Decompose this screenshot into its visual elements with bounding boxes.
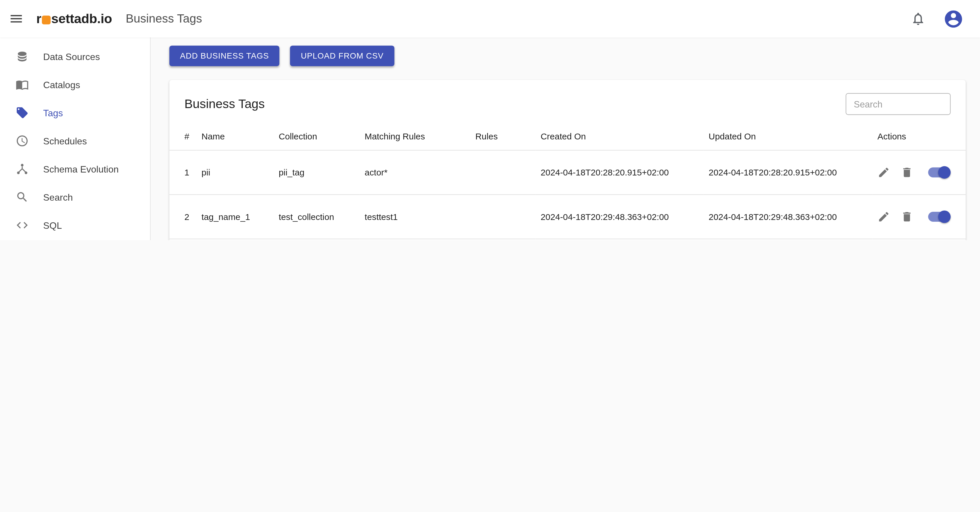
- sidebar-item-label: Tags: [43, 108, 63, 118]
- tag-icon: [16, 106, 29, 119]
- cell-index: 1: [169, 150, 196, 195]
- column-header-created-on: Created On: [536, 122, 704, 150]
- cell-rules: [470, 150, 536, 195]
- cell-actions: [872, 195, 966, 239]
- toggle-knob: [938, 166, 951, 179]
- cell-rules: [470, 239, 536, 240]
- menu-icon: [9, 11, 24, 26]
- delete-icon: [900, 211, 913, 223]
- sidebar-item-data-sources[interactable]: Data Sources: [0, 43, 150, 71]
- delete-icon: [900, 166, 913, 179]
- delete-button[interactable]: [900, 211, 913, 223]
- cell-created-on: 2024-04-18T20:29:48.373+02:00: [536, 239, 704, 240]
- book-icon: [16, 78, 29, 91]
- cell-matching-rules: actor*: [360, 150, 470, 195]
- cell-updated-on: 2024-04-18T20:28:20.915+02:00: [704, 150, 872, 195]
- edit-button[interactable]: [877, 211, 890, 223]
- cell-index: 2: [169, 195, 196, 239]
- sidebar-item-schedules[interactable]: Schedules: [0, 127, 150, 155]
- code-icon: [16, 219, 29, 232]
- cell-updated-on: 2024-04-18T20:29:48.373+02:00: [704, 239, 872, 240]
- topbar: r settadb.io Business Tags: [0, 0, 980, 38]
- search-input[interactable]: [846, 93, 951, 115]
- sidebar-item-label: Data Sources: [43, 51, 100, 62]
- logo-o-mark: [42, 15, 51, 24]
- delete-button[interactable]: [900, 166, 913, 179]
- main-content: ADD BUSINESS TAGS UPLOAD FROM CSV Busine…: [151, 38, 980, 240]
- account-button[interactable]: [943, 8, 964, 29]
- schema-icon: [16, 163, 29, 176]
- app-root: r settadb.io Business Tags Data Sources …: [0, 0, 980, 240]
- tags-table: #NameCollectionMatching RulesRulesCreate…: [169, 122, 966, 240]
- column-header-rules: Rules: [470, 122, 536, 150]
- sidebar-item-search[interactable]: Search: [0, 183, 150, 211]
- add-business-tags-button[interactable]: ADD BUSINESS TAGS: [169, 46, 280, 66]
- cell-name: tag_name_1: [196, 195, 274, 239]
- table-row: 3 tag_name_2 test_collection tesst 2024-…: [169, 239, 966, 240]
- edit-icon: [877, 166, 890, 179]
- column-header-collection: Collection: [274, 122, 360, 150]
- cell-actions: [872, 239, 966, 240]
- clock-icon: [16, 135, 29, 147]
- card-header: Business Tags: [169, 80, 966, 122]
- database-icon: [16, 50, 29, 63]
- table-row: 2 tag_name_1 test_collection testtest1 2…: [169, 195, 966, 239]
- sidebar-item-tags[interactable]: Tags: [0, 99, 150, 127]
- sidebar-item-label: Search: [43, 192, 73, 202]
- column-header-number: #: [169, 122, 196, 150]
- business-tags-card: Business Tags #NameCollectionMatching Ru…: [169, 80, 966, 240]
- cell-matching-rules: tesst: [360, 239, 470, 240]
- toggle-knob: [938, 211, 951, 223]
- table-row: 1 pii pii_tag actor* 2024-04-18T20:28:20…: [169, 150, 966, 195]
- menu-button[interactable]: [9, 11, 24, 26]
- cell-created-on: 2024-04-18T20:29:48.363+02:00: [536, 195, 704, 239]
- cell-created-on: 2024-04-18T20:28:20.915+02:00: [536, 150, 704, 195]
- sidebar-item-sql[interactable]: SQL: [0, 211, 150, 239]
- cell-name: tag_name_2: [196, 239, 274, 240]
- account-circle-icon: [943, 8, 964, 29]
- cell-collection: pii_tag: [274, 150, 360, 195]
- column-header-matching-rules: Matching Rules: [360, 122, 470, 150]
- column-header-updated-on: Updated On: [704, 122, 872, 150]
- cell-name: pii: [196, 150, 274, 195]
- app-shell: Data Sources Catalogs Tags Schedules Sch…: [0, 38, 980, 240]
- page-title: Business Tags: [126, 12, 202, 26]
- column-header-actions: Actions: [872, 122, 966, 150]
- sidebar-nav: Data Sources Catalogs Tags Schedules Sch…: [0, 43, 150, 240]
- sidebar-item-label: Schema Evolution: [43, 164, 119, 174]
- bell-icon: [910, 11, 926, 26]
- cell-updated-on: 2024-04-18T20:29:48.363+02:00: [704, 195, 872, 239]
- upload-from-csv-button[interactable]: UPLOAD FROM CSV: [290, 46, 394, 66]
- sidebar-item-label: SQL: [43, 220, 62, 230]
- edit-button[interactable]: [877, 166, 890, 179]
- sidebar-item-schema-evolution[interactable]: Schema Evolution: [0, 155, 150, 183]
- sidebar-item-label: Catalogs: [43, 79, 80, 90]
- sidebar-item-catalogs[interactable]: Catalogs: [0, 71, 150, 99]
- cell-matching-rules: testtest1: [360, 195, 470, 239]
- sidebar: Data Sources Catalogs Tags Schedules Sch…: [0, 38, 151, 240]
- enabled-toggle[interactable]: [928, 211, 951, 223]
- table-body: 1 pii pii_tag actor* 2024-04-18T20:28:20…: [169, 150, 966, 240]
- cell-rules: [470, 195, 536, 239]
- cell-collection: test_collection: [274, 195, 360, 239]
- logo[interactable]: r settadb.io: [37, 11, 112, 26]
- sidebar-item-data-transfer[interactable]: Data Transfer: [0, 239, 150, 240]
- notifications-button[interactable]: [910, 11, 926, 26]
- enabled-toggle[interactable]: [928, 166, 951, 179]
- card-title: Business Tags: [185, 97, 265, 111]
- cell-index: 3: [169, 239, 196, 240]
- search-icon: [16, 190, 29, 204]
- table-header-row: #NameCollectionMatching RulesRulesCreate…: [169, 122, 966, 150]
- logo-text-suffix: settadb.io: [51, 11, 112, 26]
- edit-icon: [877, 211, 890, 223]
- sidebar-item-label: Schedules: [43, 136, 87, 146]
- cell-collection: test_collection: [274, 239, 360, 240]
- column-header-name: Name: [196, 122, 274, 150]
- logo-text-prefix: r: [37, 11, 41, 26]
- toolbar: ADD BUSINESS TAGS UPLOAD FROM CSV: [169, 46, 966, 66]
- cell-actions: [872, 150, 966, 195]
